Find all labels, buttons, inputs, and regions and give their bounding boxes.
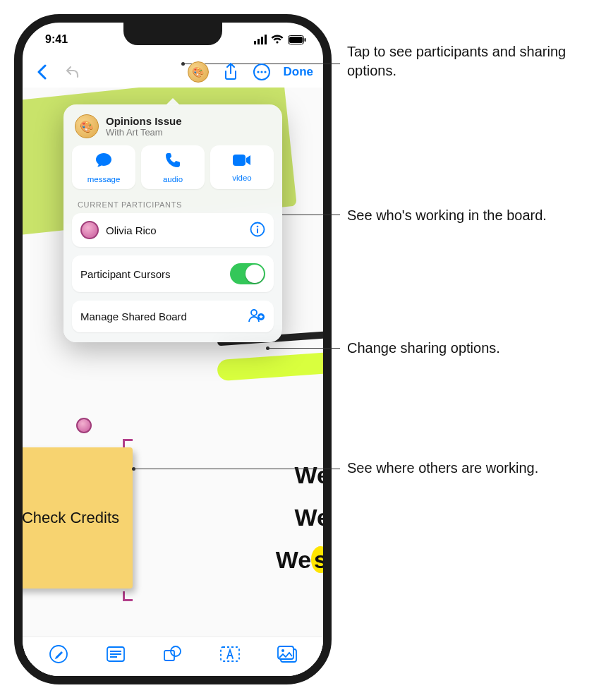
svg-point-23 xyxy=(281,649,284,652)
pen-tool-icon[interactable] xyxy=(47,643,70,665)
remote-participant-cursor xyxy=(76,418,92,433)
nav-bar: 🎨 Done xyxy=(23,56,323,88)
audio-button[interactable]: audio xyxy=(141,145,205,189)
participant-cursors-toggle[interactable] xyxy=(230,263,265,284)
callout-leader xyxy=(134,469,340,469)
battery-icon xyxy=(288,35,306,44)
wifi-icon xyxy=(271,35,284,44)
text-tool-icon[interactable] xyxy=(219,643,241,665)
collaboration-popover: 🎨 Opinions Issue With Art Team message xyxy=(63,104,282,342)
callout-leader xyxy=(268,348,340,349)
sticky-note[interactable]: Check Credits xyxy=(23,447,133,589)
freeform-canvas[interactable]: We We Wes Check Credits 🎨 Opinions Issue… xyxy=(23,88,323,676)
done-button[interactable]: Done xyxy=(284,65,314,79)
phone-icon xyxy=(164,152,181,173)
svg-rect-1 xyxy=(289,37,303,43)
selection-handle[interactable] xyxy=(123,591,133,601)
more-icon[interactable] xyxy=(253,63,271,81)
info-icon[interactable] xyxy=(250,222,265,239)
popover-subtitle: With Art Team xyxy=(106,127,182,138)
media-tool-icon[interactable] xyxy=(276,643,298,665)
callout-text: See where others are working. xyxy=(347,459,538,478)
svg-rect-7 xyxy=(233,155,246,166)
board-avatar-icon: 🎨 xyxy=(75,114,99,138)
collaboration-settings-icon xyxy=(248,308,265,325)
svg-point-6 xyxy=(264,71,266,73)
svg-point-4 xyxy=(257,71,259,73)
svg-point-11 xyxy=(251,310,257,315)
callout-text: See who's working in the board. xyxy=(347,206,547,225)
status-time: 9:41 xyxy=(45,33,68,46)
svg-rect-10 xyxy=(257,228,258,233)
participant-row[interactable]: Olivia Rico xyxy=(72,213,274,247)
canvas-text: We xyxy=(295,461,323,489)
cellular-icon xyxy=(254,35,267,44)
popover-title: Opinions Issue xyxy=(106,115,182,127)
undo-icon[interactable] xyxy=(63,63,82,81)
canvas-text: Wes xyxy=(276,546,323,574)
participant-cursors-row: Participant Cursors xyxy=(72,255,274,292)
sticky-tool-icon[interactable] xyxy=(104,643,127,665)
participant-avatar-icon xyxy=(80,221,99,239)
share-icon[interactable] xyxy=(222,63,240,81)
message-button[interactable]: message xyxy=(72,145,135,189)
callout-text: Tap to see participants and sharing opti… xyxy=(347,42,580,80)
notch xyxy=(123,23,222,45)
svg-point-9 xyxy=(257,225,259,227)
svg-rect-2 xyxy=(305,38,306,42)
shapes-tool-icon[interactable] xyxy=(162,643,184,665)
sticky-text: Check Credits xyxy=(23,509,119,527)
message-icon xyxy=(95,152,113,173)
video-button[interactable]: video xyxy=(210,145,274,189)
bottom-toolbar xyxy=(23,636,323,676)
svg-point-5 xyxy=(260,71,262,73)
participant-name: Olivia Rico xyxy=(106,224,157,236)
iphone-frame: 9:41 🎨 xyxy=(14,14,332,684)
video-icon xyxy=(232,153,252,171)
canvas-text: We xyxy=(295,504,323,531)
canvas-highlight xyxy=(217,351,323,381)
participants-section-label: CURRENT PARTICIPANTS xyxy=(72,199,274,213)
svg-point-19 xyxy=(171,646,181,656)
collaborate-button[interactable]: 🎨 xyxy=(188,61,209,83)
manage-label: Manage Shared Board xyxy=(80,310,187,322)
back-icon[interactable] xyxy=(32,63,51,81)
callout-text: Change sharing options. xyxy=(347,339,500,358)
manage-shared-board-row[interactable]: Manage Shared Board xyxy=(72,301,274,332)
cursor-toggle-label: Participant Cursors xyxy=(80,268,171,280)
